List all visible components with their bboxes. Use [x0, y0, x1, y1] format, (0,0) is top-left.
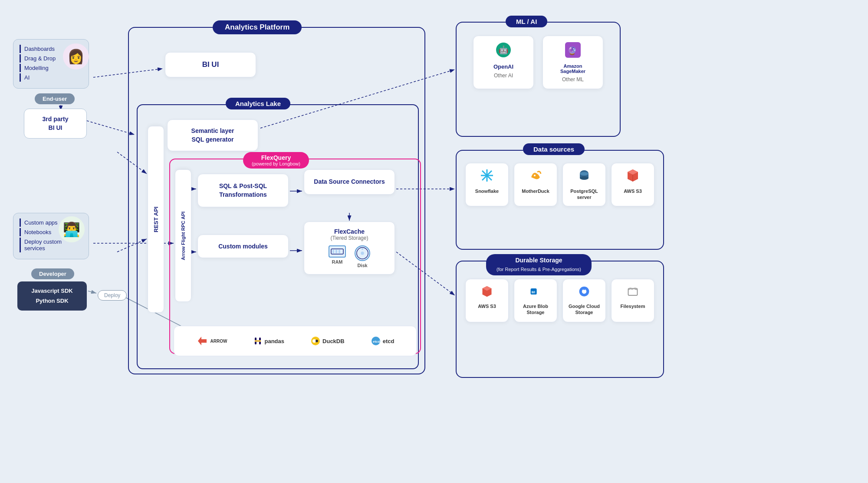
svg-point-43	[486, 174, 488, 177]
dur-gcs-logo	[567, 285, 601, 301]
svg-text:etcd: etcd	[373, 340, 380, 344]
flexquery-label: FlexQuery (powered by Longbow)	[243, 152, 309, 169]
openai-name: OpenAI	[481, 63, 526, 70]
svg-point-31	[312, 339, 316, 343]
svg-point-24	[361, 251, 364, 255]
dur-filesystem-logo	[616, 285, 650, 301]
awss3-name: AWS S3	[616, 188, 650, 194]
sagemaker-name: Amazon SageMaker	[551, 63, 595, 74]
flexquery-sub: (powered by Longbow)	[252, 161, 300, 166]
developer-label: Developer	[31, 268, 74, 279]
flexcache-sub: (Tiered Storage)	[311, 235, 388, 241]
awss3-logo	[616, 169, 650, 185]
dur-azureblob-logo: 10 01	[519, 285, 552, 301]
svg-rect-59	[583, 288, 585, 290]
svg-text:🤖: 🤖	[499, 45, 509, 55]
enduser-item-ai: AI	[20, 73, 82, 82]
deploy-badge: Deploy	[98, 290, 127, 301]
svg-line-5	[87, 121, 135, 135]
svg-point-32	[316, 340, 318, 342]
svg-rect-21	[335, 250, 337, 253]
svg-text:🔮: 🔮	[567, 46, 577, 56]
ml-ai-label: ML / AI	[506, 16, 547, 27]
svg-point-47	[580, 176, 589, 180]
flexcache-title: FlexCache	[311, 228, 388, 235]
custom-modules-box: Custom modules	[197, 235, 289, 258]
arrow-logo: ARROW	[196, 335, 227, 347]
enduser-label: End-user	[35, 93, 75, 104]
sql-line2: Transformations	[205, 191, 281, 199]
ds-postgresql: PostgreSQL server	[562, 163, 606, 206]
ram-icon	[329, 245, 346, 258]
snowflake-name: Snowflake	[470, 188, 504, 194]
pandas-logo: pandas	[253, 337, 284, 345]
svg-rect-29	[255, 340, 261, 342]
datasources-label: Data sources	[523, 143, 585, 155]
dur-awss3-name: AWS S3	[470, 303, 504, 309]
motherduck-logo	[519, 169, 552, 185]
sdk-line1: Javascript SDK	[23, 286, 81, 296]
openai-logo: 🤖	[481, 42, 526, 61]
third-party-line1: 3rd party	[31, 115, 79, 124]
ml-item-openai: 🤖 OpenAI Other AI	[473, 36, 534, 89]
arrow-rpc-bar: Arrow Flight RPC API	[175, 169, 191, 302]
dur-gcs: Google Cloud Storage	[562, 279, 606, 322]
svg-point-48	[580, 172, 589, 175]
semantic-layer-box: Semantic layer SQL generator	[167, 119, 258, 151]
datasources-outer: Snowflake MotherDuck	[456, 150, 664, 250]
svg-rect-20	[332, 250, 334, 253]
pandas-label: pandas	[264, 338, 284, 344]
openai-sub: Other AI	[481, 73, 526, 79]
dur-awss3-logo	[470, 285, 504, 301]
svg-line-17	[88, 291, 96, 293]
third-party-line2: BI UI	[31, 124, 79, 132]
sdk-box: Javascript SDK Python SDK	[17, 281, 87, 311]
diagram-container: Dashboards Drag & Drop Modelling AI 👩 En…	[0, 0, 868, 483]
svg-marker-26	[198, 337, 207, 345]
sdk-line2: Python SDK	[23, 296, 81, 306]
analytics-lake-label: Analytics Lake	[226, 98, 290, 109]
durable-label: Durable Storage (for Report Results & Pr…	[486, 254, 592, 275]
semantic-line1: Semantic layer	[175, 127, 250, 136]
dur-gcs-name: Google Cloud Storage	[567, 303, 601, 316]
data-source-connectors-box: Data Source Connectors	[304, 169, 395, 195]
disk-icon	[355, 245, 370, 261]
ram-item: RAM	[329, 245, 346, 268]
flexquery-title: FlexQuery	[261, 154, 291, 161]
semantic-line2: SQL generator	[175, 136, 250, 144]
svg-point-44	[534, 175, 536, 176]
durable-outer: AWS S3 10 01 Azure Blob Storage	[456, 261, 664, 378]
ml-ai-outer: 🤖 OpenAI Other AI 🔮 Amazon SageMaker Oth…	[456, 22, 621, 137]
rest-api-bar: REST API	[148, 126, 164, 313]
dur-filesystem-name: Filesystem	[616, 303, 650, 309]
disk-item: Disk	[355, 245, 370, 268]
dur-azureblob: 10 01 Azure Blob Storage	[514, 279, 557, 322]
svg-text:01: 01	[531, 291, 534, 294]
ds-awss3: AWS S3	[611, 163, 654, 206]
sagemaker-logo: 🔮	[551, 42, 595, 61]
dur-filesystem: Filesystem	[611, 279, 654, 322]
postgresql-name: PostgreSQL server	[567, 188, 601, 201]
snowflake-logo	[470, 169, 504, 185]
sql-line1: SQL & Post-SQL	[205, 182, 281, 191]
sagemaker-sub: Other ML	[551, 76, 595, 83]
durable-title: Durable Storage	[515, 257, 562, 264]
etcd-label: etcd	[383, 338, 395, 344]
etcd-logo: etcd etcd	[371, 336, 395, 346]
developer-avatar: 👨‍💻	[59, 216, 85, 242]
datasources-inner: Snowflake MotherDuck	[457, 151, 663, 213]
bi-ui-box: BI UI	[165, 52, 256, 77]
arrow-label: ARROW	[210, 339, 227, 344]
dur-awss3: AWS S3	[465, 279, 509, 322]
flexcache-icons: RAM Disk	[311, 245, 388, 268]
third-party-box: 3rd party BI UI	[24, 109, 87, 139]
svg-point-25	[362, 248, 363, 250]
flexcache-box: FlexCache (Tiered Storage) RAM	[304, 222, 395, 275]
duckdb-logo: DuckDB	[311, 336, 345, 346]
tech-bar: ARROW pandas DuckDB etcd etcd	[174, 326, 417, 356]
duckdb-label: DuckDB	[322, 338, 345, 344]
svg-rect-22	[339, 250, 340, 253]
ram-label: RAM	[332, 259, 342, 265]
enduser-avatar: 👩	[63, 43, 89, 69]
disk-label: Disk	[357, 263, 367, 268]
